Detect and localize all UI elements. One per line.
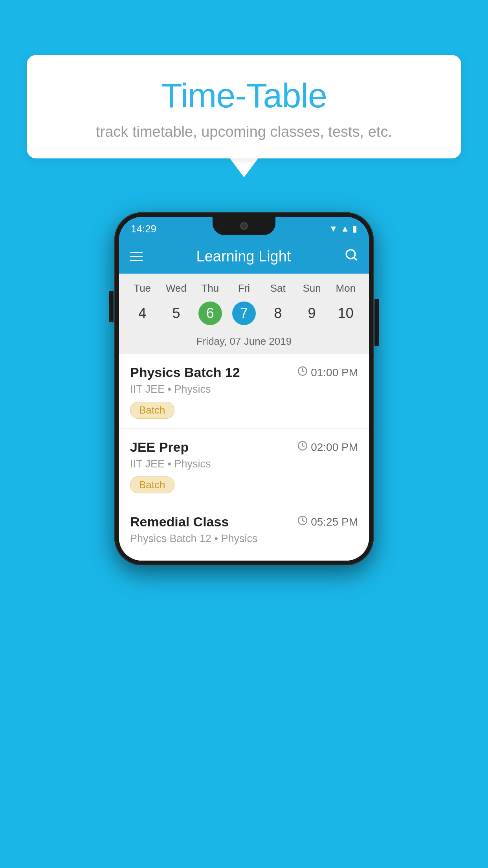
calendar-section: Tue Wed Thu Fri Sat Sun Mon 4 5 6 7 8 9 …	[119, 274, 369, 354]
front-camera	[240, 222, 248, 230]
day-header-sun: Sun	[295, 280, 328, 297]
clock-icon-2	[297, 441, 308, 454]
day-header-sat: Sat	[261, 280, 295, 297]
time-label-1: 01:00 PM	[311, 366, 358, 379]
schedule-detail-2: IIT JEE • Physics	[130, 458, 358, 470]
day-header-fri: Fri	[227, 280, 261, 297]
schedule-item-header-3: Remedial Class 05:25 PM	[130, 514, 358, 530]
schedule-list: Physics Batch 12 01:00 PM IIT JEE • P	[119, 354, 369, 561]
phone-mockup: 14:29 ▼ ▲ ▮ Learning Light	[114, 212, 374, 565]
phone-outer-shell: 14:29 ▼ ▲ ▮ Learning Light	[114, 212, 374, 565]
schedule-item-physics-batch[interactable]: Physics Batch 12 01:00 PM IIT JEE • P	[119, 354, 369, 428]
hamburger-line-1	[130, 252, 143, 253]
batch-tag-2: Batch	[130, 476, 174, 493]
day-header-thu: Thu	[193, 280, 227, 297]
hamburger-line-2	[130, 256, 143, 257]
schedule-detail-3: Physics Batch 12 • Physics	[130, 533, 358, 545]
schedule-item-jee-prep[interactable]: JEE Prep 02:00 PM IIT JEE • Physics	[119, 428, 369, 503]
status-time: 14:29	[131, 223, 156, 235]
wifi-icon: ▼	[329, 224, 338, 234]
calendar-day-8[interactable]: 8	[261, 300, 295, 327]
schedule-title-2: JEE Prep	[130, 440, 189, 455]
speech-bubble-section: Time-Table track timetable, upcoming cla…	[27, 55, 461, 177]
schedule-time-1: 01:00 PM	[297, 366, 358, 379]
calendar-day-6-today[interactable]: 6	[198, 302, 222, 325]
calendar-day-9[interactable]: 9	[295, 300, 328, 327]
speech-bubble-arrow	[230, 158, 258, 177]
calendar-day-4[interactable]: 4	[125, 300, 159, 327]
schedule-item-remedial[interactable]: Remedial Class 05:25 PM Physics Batch	[119, 503, 369, 561]
time-label-3: 05:25 PM	[311, 516, 358, 528]
calendar-day-10[interactable]: 10	[329, 300, 363, 327]
schedule-time-3: 05:25 PM	[297, 515, 358, 528]
schedule-item-header-1: Physics Batch 12 01:00 PM	[130, 365, 358, 380]
schedule-detail-1: IIT JEE • Physics	[130, 383, 358, 395]
clock-icon-1	[297, 366, 308, 379]
day-headers: Tue Wed Thu Fri Sat Sun Mon	[125, 280, 363, 297]
battery-icon: ▮	[352, 224, 357, 234]
hamburger-line-3	[130, 260, 143, 261]
selected-date-label: Friday, 07 June 2019	[125, 331, 363, 354]
calendar-day-7-selected[interactable]: 7	[232, 302, 256, 325]
signal-icon: ▲	[341, 224, 349, 234]
phone-screen: 14:29 ▼ ▲ ▮ Learning Light	[119, 217, 369, 561]
svg-line-1	[354, 257, 356, 260]
feature-subtitle: track timetable, upcoming classes, tests…	[42, 123, 446, 140]
status-icons: ▼ ▲ ▮	[329, 224, 357, 234]
speech-bubble-card: Time-Table track timetable, upcoming cla…	[27, 55, 461, 158]
day-header-mon: Mon	[329, 280, 363, 297]
calendar-day-5[interactable]: 5	[159, 300, 193, 327]
clock-icon-3	[297, 515, 308, 528]
hamburger-menu-button[interactable]	[130, 252, 143, 261]
time-label-2: 02:00 PM	[311, 441, 358, 454]
schedule-title-1: Physics Batch 12	[130, 365, 240, 380]
search-button[interactable]	[345, 248, 358, 265]
day-numbers: 4 5 6 7 8 9 10	[125, 300, 363, 327]
day-header-tue: Tue	[125, 280, 159, 297]
feature-title: Time-Table	[42, 75, 446, 116]
day-header-wed: Wed	[159, 280, 193, 297]
schedule-item-header-2: JEE Prep 02:00 PM	[130, 440, 358, 455]
app-title: Learning Light	[152, 248, 335, 265]
app-header: Learning Light	[119, 239, 369, 274]
schedule-time-2: 02:00 PM	[297, 441, 358, 454]
phone-notch	[213, 217, 275, 235]
batch-tag-1: Batch	[130, 402, 174, 419]
schedule-title-3: Remedial Class	[130, 514, 229, 530]
